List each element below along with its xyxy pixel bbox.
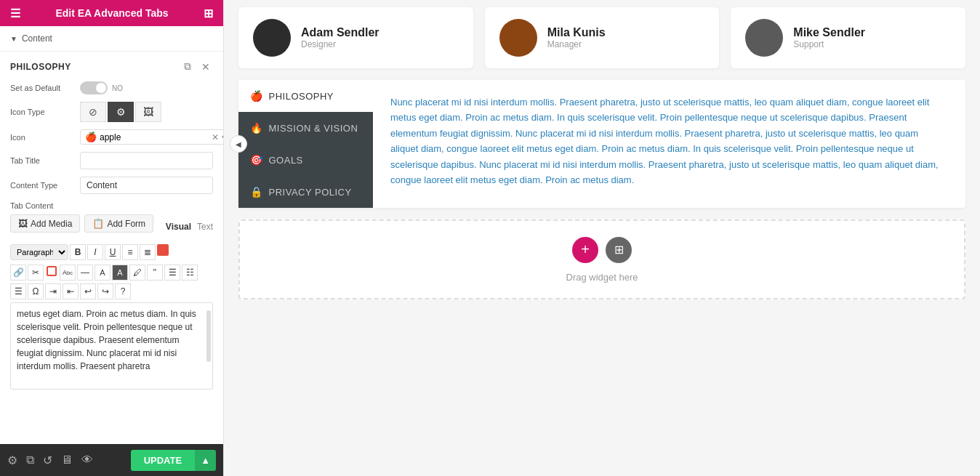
blockquote-btn[interactable]: " [147, 265, 163, 281]
eraser-btn[interactable]: 🖊 [129, 265, 145, 281]
list-ul-btn[interactable]: ≡ [122, 244, 138, 260]
color-swatch-btn[interactable] [157, 244, 169, 256]
apple-icon: 🍎 [85, 132, 97, 142]
icon-type-image-btn[interactable]: 🖼 [135, 102, 161, 122]
tab-content-text: Nunc placerat mi id nisi interdum mollis… [390, 94, 948, 188]
icon-input[interactable] [100, 132, 209, 142]
add-media-label: Add Media [31, 219, 72, 229]
icon-type-gear-btn[interactable]: ⚙ [108, 102, 134, 122]
add-form-icon: 📋 [92, 218, 104, 229]
person-name-adam: Adam Sendler [301, 26, 379, 39]
align-full-btn[interactable]: ☰ [10, 283, 26, 299]
person-info-adam: Adam Sendler Designer [301, 26, 379, 49]
font-color-btn[interactable]: A [95, 265, 111, 281]
layers-icon[interactable]: ⧉ [26, 453, 34, 467]
redo-btn[interactable]: ↪ [97, 283, 113, 299]
eye-icon[interactable]: 👁 [81, 453, 93, 467]
tab-item-philosophy[interactable]: 🍎 PHILOSOPHY [238, 80, 373, 112]
tab-content-area: Nunc placerat mi id nisi interdum mollis… [373, 80, 965, 208]
icon-dropdown-btn[interactable]: ▾ [222, 132, 223, 142]
update-btn-wrap: UPDATE ▲ [131, 450, 216, 471]
tab-label-philosophy: PHILOSOPHY [269, 91, 334, 102]
person-info-mike: Mike Sendler Support [793, 26, 865, 49]
person-name-mike: Mike Sendler [793, 26, 865, 39]
align-left-btn[interactable]: ☰ [164, 265, 180, 281]
tab-title-input[interactable]: PHILOSOPHY [80, 152, 213, 169]
color-box [47, 266, 57, 276]
view-visual-tab[interactable]: Visual [166, 222, 191, 232]
italic-btn[interactable]: I [87, 244, 103, 260]
underline-btn[interactable]: U [105, 244, 121, 260]
editor-content: metus eget diam. Proin ac metus diam. In… [17, 309, 196, 371]
omega-btn[interactable]: Ω [28, 283, 44, 299]
person-name-mila: Mila Kunis [547, 26, 606, 39]
align-right-btn[interactable]: ☷ [182, 265, 198, 281]
bold-btn[interactable]: B [70, 244, 86, 260]
person-info-mila: Mila Kunis Manager [547, 26, 606, 49]
tab-label-privacy: PRIVACY POLICY [269, 187, 352, 198]
add-media-btn[interactable]: 🖼 Add Media [10, 214, 80, 233]
top-bar: ☰ Edit EA Advanced Tabs ⊞ [0, 0, 223, 26]
icon-type-none-btn[interactable]: ⊘ [80, 102, 106, 122]
collapse-arrow-btn[interactable]: ◀ [230, 135, 247, 153]
add-media-icon: 🖼 [18, 218, 28, 229]
format-bar-2: 🔗 ✂ Abc — A A 🖊 " ☰ ☷ [10, 265, 213, 281]
paragraph-select[interactable]: Paragraph [10, 244, 68, 260]
add-btns: 🖼 Add Media 📋 Add Form [10, 214, 153, 233]
indent-btn[interactable]: ⇥ [45, 283, 61, 299]
tab-item-goals[interactable]: 🎯 GOALS [238, 144, 373, 176]
avatar-mike [745, 19, 783, 57]
tab-item-privacy[interactable]: 🔒 PRIVACY POLICY [238, 176, 373, 208]
section-header: PHILOSOPHY ⧉ ✕ [10, 59, 213, 74]
tab-title-label: Tab Title [10, 156, 76, 165]
tab-label-goals: GOALS [269, 155, 303, 166]
update-arrow-btn[interactable]: ▲ [195, 450, 216, 471]
hr-btn[interactable]: — [77, 265, 93, 281]
main-area: Adam Sendler Designer Mila Kunis Manager… [224, 0, 980, 476]
format-bar-1: Paragraph B I U ≡ ≣ [10, 244, 213, 260]
close-icon-btn[interactable]: ✕ [198, 59, 213, 74]
grid-icon[interactable]: ⊞ [204, 7, 213, 20]
duplicate-icon-btn[interactable]: ⧉ [181, 59, 194, 74]
icon-row: Icon 🍎 ✕ ▾ [10, 129, 213, 145]
undo-btn[interactable]: ↩ [80, 283, 96, 299]
add-widget-btn[interactable]: + [572, 237, 598, 263]
display-icon[interactable]: 🖥 [61, 453, 73, 467]
view-text-tab[interactable]: Text [197, 222, 213, 232]
bottom-icons: ⚙ ⧉ ↺ 🖥 👁 [7, 453, 93, 467]
content-type-label: Content Type [10, 181, 76, 190]
bg-color-btn[interactable]: A [112, 265, 128, 281]
panel-body: PHILOSOPHY ⧉ ✕ Set as Default NO Icon Ty… [0, 52, 223, 444]
person-role-mila: Manager [547, 39, 606, 49]
set-as-default-toggle[interactable] [80, 81, 108, 94]
icon-select-wrap[interactable]: 🍎 ✕ ▾ [80, 129, 223, 145]
hamburger-icon[interactable]: ☰ [10, 7, 20, 20]
person-card-mila: Mila Kunis Manager [485, 7, 720, 68]
settings-icon[interactable]: ⚙ [7, 453, 17, 467]
outdent-btn[interactable]: ⇤ [63, 283, 79, 299]
unlink-btn[interactable]: ✂ [28, 265, 44, 281]
content-type-select[interactable]: Content [80, 177, 213, 194]
list-ol-btn[interactable]: ≣ [140, 244, 156, 260]
person-card-adam: Adam Sendler Designer [238, 7, 473, 68]
link-btn[interactable]: 🔗 [10, 265, 26, 281]
toggle-value: NO [112, 84, 123, 92]
tab-label-mission: MISSION & VISION [269, 123, 358, 134]
add-form-btn[interactable]: 📋 Add Form [84, 214, 153, 233]
tab-icon-goals: 🎯 [250, 154, 263, 166]
set-as-default-row: Set as Default NO [10, 81, 213, 94]
help-btn[interactable]: ? [115, 283, 131, 299]
update-button[interactable]: UPDATE [131, 450, 195, 471]
person-role-adam: Designer [301, 39, 379, 49]
scrollbar[interactable] [206, 310, 211, 362]
sup-btn[interactable]: Abc [60, 265, 76, 281]
tab-title-row: Tab Title PHILOSOPHY [10, 152, 213, 169]
section-actions: ⧉ ✕ [181, 59, 213, 74]
history-icon[interactable]: ↺ [43, 453, 52, 467]
text-editor[interactable]: metus eget diam. Proin ac metus diam. In… [10, 302, 213, 390]
widget-library-btn[interactable]: ⊞ [606, 237, 632, 263]
view-toggle: Visual Text [166, 222, 213, 232]
tabs-nav: 🍎 PHILOSOPHY 🔥 MISSION & VISION 🎯 GOALS … [238, 80, 373, 208]
tab-item-mission[interactable]: 🔥 MISSION & VISION [238, 112, 373, 144]
icon-clear-btn[interactable]: ✕ [212, 132, 219, 142]
